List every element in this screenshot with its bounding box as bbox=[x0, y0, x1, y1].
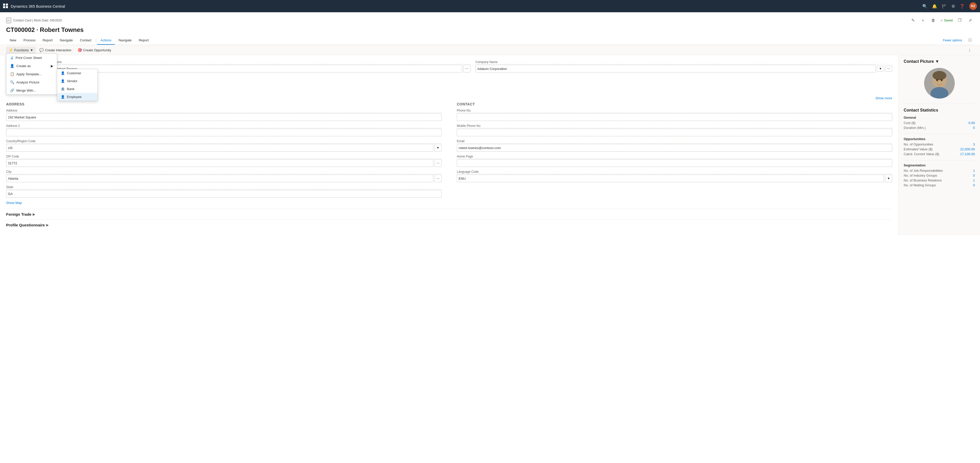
merge-icon: 🔗 bbox=[10, 88, 14, 92]
email-field[interactable] bbox=[457, 144, 892, 152]
company-name-label: Company Name bbox=[476, 60, 892, 64]
city-more-button[interactable]: ⋯ bbox=[434, 175, 442, 182]
delete-button[interactable]: 🗑 bbox=[929, 17, 937, 24]
submenu-item-vendor[interactable]: 👤 Vendor bbox=[57, 77, 97, 85]
tab-navigate[interactable]: Navigate bbox=[56, 36, 76, 45]
show-map-link[interactable]: Show Map bbox=[6, 201, 22, 205]
menu-item-label: Print Cover Sheet bbox=[16, 56, 42, 60]
state-field-container: State bbox=[6, 185, 442, 197]
city-field-container: City ⋯ bbox=[6, 170, 442, 182]
tab-bar: New Process Report Navigate Contact | Ac… bbox=[6, 36, 974, 45]
foreign-trade-link[interactable]: Foreign Trade ▶ bbox=[6, 209, 892, 220]
zip-more-button[interactable]: ⋯ bbox=[434, 159, 442, 167]
job-resp-row: No. of Job Responsibilities 1 bbox=[904, 169, 975, 173]
menu-item-apply-template[interactable]: 📋 Apply Template... bbox=[6, 70, 57, 78]
create-opportunity-label: Create Opportunity bbox=[83, 48, 111, 52]
company-dropdown-button[interactable]: ▼ bbox=[877, 66, 884, 72]
user-avatar[interactable]: RZ bbox=[969, 2, 977, 10]
opportunities-stats-group: Opportunities No. of Opportunities 3 Est… bbox=[904, 137, 975, 156]
homepage-label: Home Page bbox=[457, 155, 892, 159]
submenu-item-employee[interactable]: 👤 Employee bbox=[57, 93, 97, 101]
menu-item-merge-with[interactable]: 🔗 Merge With... bbox=[6, 86, 57, 94]
address-field-container: Address bbox=[6, 109, 442, 121]
svg-point-4 bbox=[936, 79, 938, 81]
show-more-link[interactable]: Show more bbox=[875, 96, 892, 100]
template-icon: 📋 bbox=[10, 72, 14, 76]
calcd-current-row: Calcd. Current Value ($) 17,100.00 bbox=[904, 152, 975, 156]
svg-point-3 bbox=[932, 71, 946, 80]
create-interaction-label: Create Interaction bbox=[45, 48, 71, 52]
language-field-container: Language Code ▼ bbox=[457, 170, 892, 182]
add-button[interactable]: + bbox=[920, 17, 926, 24]
general-stats-group: General Cost ($) 0.00 Duration (Min.) 0 bbox=[904, 116, 975, 130]
collapse-panel-button[interactable]: ⋮ bbox=[966, 47, 974, 53]
top-bar-left: Dynamics 365 Business Central bbox=[3, 3, 65, 9]
profile-questionnaire-arrow-icon: ▶ bbox=[46, 223, 48, 227]
tab-navigate2[interactable]: Navigate bbox=[115, 36, 135, 45]
industry-row: No. of Industry Groups 0 bbox=[904, 173, 975, 177]
address2-field[interactable] bbox=[6, 129, 442, 136]
search-icon[interactable]: 🔍 bbox=[922, 4, 928, 9]
company-more-button[interactable]: ⋯ bbox=[885, 66, 892, 72]
mailing-label: No. of Mailing Groups bbox=[904, 183, 936, 187]
help-icon[interactable]: ❓ bbox=[959, 4, 965, 9]
email-label: Email bbox=[457, 139, 892, 143]
info-icon[interactable]: ⓘ bbox=[966, 36, 974, 45]
functions-dropdown: ⚡ Functions ▼ 🖨 Print Cover Sheet 👤 Crea… bbox=[6, 47, 36, 53]
top-bar-right: 🔍 🔔 🏴 ⚙ ❓ RZ bbox=[922, 2, 977, 10]
address-field[interactable] bbox=[6, 113, 442, 121]
tab-contact[interactable]: Contact bbox=[76, 36, 95, 45]
mobile-label: Mobile Phone No. bbox=[457, 124, 892, 128]
edit-button[interactable]: ✎ bbox=[909, 17, 917, 24]
tab-actions[interactable]: Actions bbox=[97, 36, 115, 45]
bell-icon[interactable]: 🔔 bbox=[932, 4, 937, 9]
company-name-field[interactable] bbox=[476, 65, 876, 73]
tab-report[interactable]: Report bbox=[39, 36, 56, 45]
no-of-opps-label: No. of Opportunities bbox=[904, 142, 933, 146]
create-interaction-button[interactable]: 💬 Create Interaction bbox=[37, 47, 74, 53]
homepage-field[interactable] bbox=[457, 159, 892, 167]
menu-item-create-as[interactable]: 👤 Create as ▶ 👤 Customer 👤 Vendor bbox=[6, 62, 57, 70]
fullscreen-button[interactable]: ⇗ bbox=[966, 17, 974, 24]
tab-report2[interactable]: Report bbox=[135, 36, 152, 45]
main-wrapper: ← Contact Card | Work Date: 5/6/2020 ✎ +… bbox=[0, 12, 980, 463]
submenu-item-customer[interactable]: 👤 Customer bbox=[57, 69, 97, 77]
phone-field[interactable] bbox=[457, 113, 892, 121]
duration-label: Duration (Min.) bbox=[904, 126, 926, 130]
form-section: ⋯ Name ⋯ Company Name ▼ ⋯ bbox=[0, 55, 898, 235]
address-label: Address bbox=[6, 109, 442, 113]
name-field[interactable] bbox=[54, 65, 462, 73]
flag-icon[interactable]: 🏴 bbox=[942, 4, 947, 9]
job-resp-value: 1 bbox=[973, 169, 975, 173]
save-status: ✓ Saved bbox=[940, 19, 953, 22]
menu-item-print-cover-sheet[interactable]: 🖨 Print Cover Sheet bbox=[6, 54, 57, 62]
tab-fewer-options[interactable]: Fewer options bbox=[940, 37, 965, 44]
zip-field[interactable] bbox=[6, 159, 433, 167]
functions-button[interactable]: ⚡ Functions ▼ bbox=[6, 47, 36, 53]
expand-button[interactable]: ❐ bbox=[956, 17, 963, 24]
country-dropdown-button[interactable]: ▼ bbox=[434, 144, 442, 152]
language-dropdown-button[interactable]: ▼ bbox=[885, 175, 892, 182]
back-button[interactable]: ← bbox=[6, 18, 11, 23]
mailing-value: 0 bbox=[973, 183, 975, 187]
submenu-item-bank[interactable]: 🏦 Bank bbox=[57, 85, 97, 93]
contact-picture-chevron-icon: ▼ bbox=[935, 59, 939, 64]
state-field[interactable] bbox=[6, 190, 442, 197]
profile-questionnaire-link[interactable]: Profile Questionnaire ▶ bbox=[6, 220, 892, 230]
name-more-button[interactable]: ⋯ bbox=[463, 65, 470, 73]
tab-new[interactable]: New bbox=[6, 36, 20, 45]
address-section-title: Address bbox=[6, 102, 442, 106]
app-logo bbox=[3, 3, 8, 9]
state-label: State bbox=[6, 185, 442, 189]
tab-separator: | bbox=[95, 38, 97, 42]
tab-process[interactable]: Process bbox=[20, 36, 39, 45]
mobile-field[interactable] bbox=[457, 129, 892, 136]
city-field[interactable] bbox=[6, 175, 433, 182]
page-header: ← Contact Card | Work Date: 5/6/2020 ✎ +… bbox=[0, 12, 980, 45]
functions-menu: 🖨 Print Cover Sheet 👤 Create as ▶ 👤 Cust… bbox=[6, 53, 57, 95]
menu-item-analyze-picture[interactable]: 🔍 Analyze Picture bbox=[6, 78, 57, 86]
country-field[interactable] bbox=[6, 144, 433, 152]
settings-icon[interactable]: ⚙ bbox=[951, 4, 955, 9]
language-field[interactable] bbox=[457, 175, 884, 182]
create-opportunity-button[interactable]: 🎯 Create Opportunity bbox=[75, 47, 114, 53]
